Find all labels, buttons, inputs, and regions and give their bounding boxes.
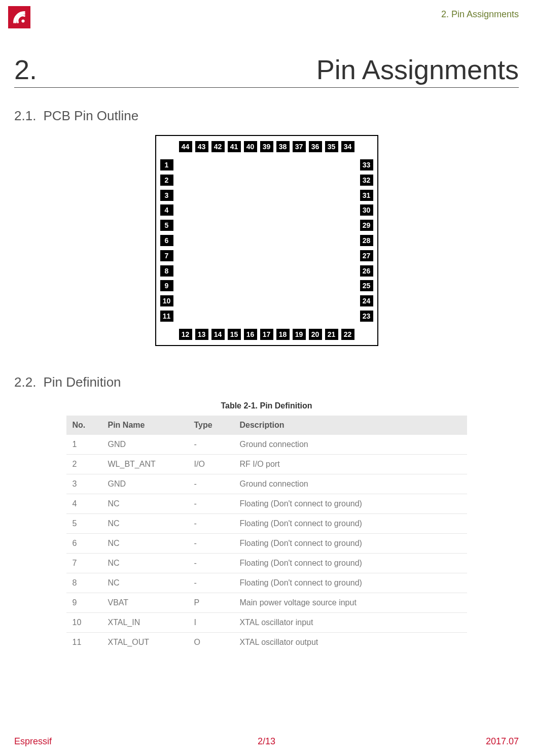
cell-no: 5 (66, 514, 102, 534)
cell-type: - (188, 494, 234, 514)
cell-no: 4 (66, 494, 102, 514)
cell-desc: Floating (Don't connect to ground) (234, 554, 467, 573)
cell-no: 2 (66, 455, 102, 474)
col-header-no: No. (66, 416, 102, 435)
pin-label: 34 (341, 141, 354, 152)
cell-name: GND (102, 474, 188, 494)
cell-no: 6 (66, 534, 102, 554)
chapter-title: Pin Assignments (316, 54, 519, 85)
pin-label: 9 (160, 280, 173, 291)
cell-type: - (188, 435, 234, 455)
cell-type: P (188, 593, 234, 613)
table-row: 11XTAL_OUTOXTAL oscillator output (66, 633, 467, 652)
pin-label: 39 (260, 141, 273, 152)
section-2-1-heading: 2.1.PCB Pin Outline (14, 108, 519, 124)
pins-right-col: 3332313029282726252423 (360, 159, 373, 322)
pin-label: 8 (160, 265, 173, 277)
header-section-label: 2. Pin Assignments (441, 6, 519, 20)
table-row: 9VBATPMain power voltage source input (66, 593, 467, 613)
pin-label: 40 (244, 141, 257, 152)
cell-no: 9 (66, 593, 102, 613)
cell-name: VBAT (102, 593, 188, 613)
cell-type: - (188, 554, 234, 573)
cell-name: XTAL_IN (102, 613, 188, 633)
table-row: 4NC-Floating (Don't connect to ground) (66, 494, 467, 514)
pin-label: 3 (160, 190, 173, 201)
chapter-heading: 2. Pin Assignments (14, 54, 519, 88)
cell-desc: Floating (Don't connect to ground) (234, 534, 467, 554)
table-row: 8NC-Floating (Don't connect to ground) (66, 573, 467, 593)
cell-desc: XTAL oscillator output (234, 633, 467, 652)
pin-label: 10 (160, 295, 173, 306)
pin-label: 35 (325, 141, 338, 152)
pin-label: 38 (276, 141, 290, 152)
table-row: 3GND-Ground connection (66, 474, 467, 494)
pin-label: 11 (160, 311, 173, 322)
cell-no: 1 (66, 435, 102, 455)
wifi-swirl-icon (11, 9, 28, 26)
pin-label: 44 (179, 141, 192, 152)
chapter-number: 2. (14, 54, 37, 85)
table-row: 6NC-Floating (Don't connect to ground) (66, 534, 467, 554)
table-header-row: No. Pin Name Type Description (66, 416, 467, 435)
pin-label: 16 (244, 329, 257, 340)
col-header-desc: Description (234, 416, 467, 435)
cell-desc: Main power voltage source input (234, 593, 467, 613)
cell-type: - (188, 573, 234, 593)
cell-no: 8 (66, 573, 102, 593)
pin-label: 26 (360, 265, 373, 277)
pins-bottom-row: 1213141516171819202122 (156, 329, 377, 340)
col-header-type: Type (188, 416, 234, 435)
section-title: Pin Definition (43, 374, 121, 390)
pin-label: 28 (360, 235, 373, 246)
page-footer: Espressif 2/13 2017.07 (0, 736, 533, 747)
pin-label: 7 (160, 250, 173, 261)
pin-label: 17 (260, 329, 273, 340)
cell-name: NC (102, 554, 188, 573)
cell-desc: Ground connection (234, 435, 467, 455)
cell-name: WL_BT_ANT (102, 455, 188, 474)
pin-label: 2 (160, 175, 173, 186)
cell-name: NC (102, 534, 188, 554)
pins-left-col: 1234567891011 (160, 159, 173, 322)
section-number: 2.2. (14, 374, 36, 390)
cell-name: NC (102, 573, 188, 593)
table-row: 1GND-Ground connection (66, 435, 467, 455)
pin-label: 42 (211, 141, 225, 152)
pin-label: 21 (325, 329, 338, 340)
pin-label: 4 (160, 204, 173, 216)
pin-label: 25 (360, 280, 373, 291)
cell-desc: Floating (Don't connect to ground) (234, 494, 467, 514)
section-number: 2.1. (14, 108, 36, 124)
pin-label: 18 (276, 329, 290, 340)
cell-desc: Ground connection (234, 474, 467, 494)
pin-label: 15 (228, 329, 241, 340)
pin-outline-diagram: 4443424140393837363534 1234567891011 333… (155, 135, 378, 346)
cell-name: NC (102, 494, 188, 514)
cell-type: I/O (188, 455, 234, 474)
pin-label: 27 (360, 250, 373, 261)
pin-definition-table: No. Pin Name Type Description 1GND-Groun… (66, 416, 467, 652)
cell-no: 3 (66, 474, 102, 494)
footer-page-number: 2/13 (258, 736, 275, 747)
pin-label: 22 (341, 329, 354, 340)
table-row: 2WL_BT_ANTI/ORF I/O port (66, 455, 467, 474)
cell-no: 11 (66, 633, 102, 652)
pin-label: 30 (360, 204, 373, 216)
pin-label: 14 (211, 329, 225, 340)
pcb-pin-outline-figure: 4443424140393837363534 1234567891011 333… (14, 135, 519, 346)
pin-label: 23 (360, 311, 373, 322)
table-row: 10XTAL_INIXTAL oscillator input (66, 613, 467, 633)
pin-label: 43 (195, 141, 208, 152)
pin-label: 36 (309, 141, 322, 152)
cell-no: 10 (66, 613, 102, 633)
cell-desc: XTAL oscillator input (234, 613, 467, 633)
pin-label: 24 (360, 295, 373, 306)
page-header: 2. Pin Assignments (0, 0, 533, 28)
section-title: PCB Pin Outline (43, 108, 138, 123)
table-caption: Table 2-1. Pin Definition (14, 401, 519, 410)
pin-label: 32 (360, 175, 373, 186)
pin-label: 20 (309, 329, 322, 340)
cell-type: - (188, 474, 234, 494)
pin-label: 19 (293, 329, 306, 340)
